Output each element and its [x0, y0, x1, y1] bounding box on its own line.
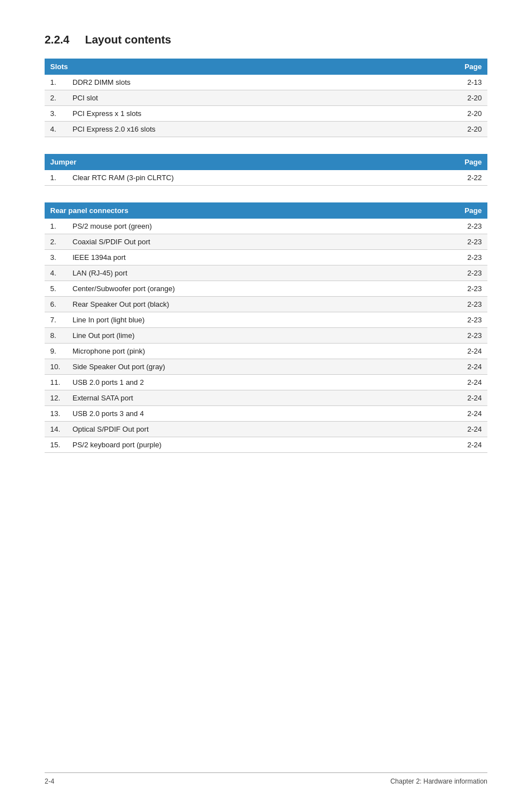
row-num: 3.	[45, 106, 67, 122]
row-page: 2-24	[454, 437, 487, 453]
row-num: 11.	[45, 375, 67, 390]
row-label: PCI Express 2.0 x16 slots	[67, 122, 454, 137]
table-row: 14. Optical S/PDIF Out port 2-24	[45, 422, 487, 437]
row-label: Rear Speaker Out port (black)	[67, 297, 454, 312]
row-page: 2-13	[454, 75, 487, 90]
row-num: 3.	[45, 250, 67, 265]
row-label: PS/2 mouse port (green)	[67, 219, 454, 234]
row-num: 12.	[45, 390, 67, 406]
row-page: 2-24	[454, 422, 487, 437]
row-label: Line In port (light blue)	[67, 312, 454, 328]
row-page: 2-23	[454, 250, 487, 265]
row-label: Microphone port (pink)	[67, 344, 454, 359]
row-label: IEEE 1394a port	[67, 250, 454, 265]
row-page: 2-24	[454, 390, 487, 406]
section-heading: Layout contents	[85, 33, 171, 46]
row-num: 5.	[45, 281, 67, 297]
section-number: 2.2.4	[45, 33, 69, 46]
row-label: Center/Subwoofer port (orange)	[67, 281, 454, 297]
section-title: 2.2.4 Layout contents	[45, 33, 487, 46]
row-label: Coaxial S/PDIF Out port	[67, 234, 454, 250]
rear-panel-col2-header: Page	[454, 202, 487, 219]
row-page: 2-23	[454, 312, 487, 328]
footer-page-number: 2-4	[45, 777, 54, 785]
table-row: 10. Side Speaker Out port (gray) 2-24	[45, 359, 487, 375]
table-row: 7. Line In port (light blue) 2-23	[45, 312, 487, 328]
jumper-col2-header: Page	[454, 154, 487, 170]
row-label: Optical S/PDIF Out port	[67, 422, 454, 437]
row-page: 2-23	[454, 297, 487, 312]
jumper-table: Jumper Page 1. Clear RTC RAM (3-pin CLRT…	[45, 154, 487, 186]
row-num: 8.	[45, 328, 67, 344]
row-page: 2-22	[454, 170, 487, 186]
row-label: PCI Express x 1 slots	[67, 106, 454, 122]
row-label: PCI slot	[67, 90, 454, 106]
table-row: 8. Line Out port (lime) 2-23	[45, 328, 487, 344]
page-footer: 2-4 Chapter 2: Hardware information	[45, 772, 487, 785]
table-row: 6. Rear Speaker Out port (black) 2-23	[45, 297, 487, 312]
row-num: 1.	[45, 219, 67, 234]
table-row: 3. PCI Express x 1 slots 2-20	[45, 106, 487, 122]
slots-col2-header: Page	[454, 59, 487, 75]
row-label: Clear RTC RAM (3-pin CLRTC)	[67, 170, 454, 186]
row-num: 1.	[45, 75, 67, 90]
row-num: 4.	[45, 265, 67, 281]
row-label: External SATA port	[67, 390, 454, 406]
table-row: 2. Coaxial S/PDIF Out port 2-23	[45, 234, 487, 250]
row-label: Side Speaker Out port (gray)	[67, 359, 454, 375]
row-label: USB 2.0 ports 3 and 4	[67, 406, 454, 422]
row-label: DDR2 DIMM slots	[67, 75, 454, 90]
table-row: 15. PS/2 keyboard port (purple) 2-24	[45, 437, 487, 453]
table-row: 4. PCI Express 2.0 x16 slots 2-20	[45, 122, 487, 137]
table-row: 1. Clear RTC RAM (3-pin CLRTC) 2-22	[45, 170, 487, 186]
row-num: 6.	[45, 297, 67, 312]
jumper-col1-header: Jumper	[45, 154, 454, 170]
table-row: 4. LAN (RJ-45) port 2-23	[45, 265, 487, 281]
table-row: 12. External SATA port 2-24	[45, 390, 487, 406]
table-row: 5. Center/Subwoofer port (orange) 2-23	[45, 281, 487, 297]
row-page: 2-20	[454, 106, 487, 122]
row-page: 2-24	[454, 344, 487, 359]
row-page: 2-24	[454, 359, 487, 375]
table-row: 3. IEEE 1394a port 2-23	[45, 250, 487, 265]
row-label: LAN (RJ-45) port	[67, 265, 454, 281]
row-page: 2-23	[454, 328, 487, 344]
row-num: 13.	[45, 406, 67, 422]
row-num: 4.	[45, 122, 67, 137]
table-row: 2. PCI slot 2-20	[45, 90, 487, 106]
row-num: 2.	[45, 234, 67, 250]
table-row: 9. Microphone port (pink) 2-24	[45, 344, 487, 359]
row-label: Line Out port (lime)	[67, 328, 454, 344]
table-row: 1. PS/2 mouse port (green) 2-23	[45, 219, 487, 234]
row-num: 9.	[45, 344, 67, 359]
row-num: 15.	[45, 437, 67, 453]
row-page: 2-20	[454, 122, 487, 137]
slots-col1-header: Slots	[45, 59, 454, 75]
row-num: 7.	[45, 312, 67, 328]
row-page: 2-20	[454, 90, 487, 106]
row-page: 2-24	[454, 375, 487, 390]
table-row: 13. USB 2.0 ports 3 and 4 2-24	[45, 406, 487, 422]
table-row: 11. USB 2.0 ports 1 and 2 2-24	[45, 375, 487, 390]
row-page: 2-23	[454, 281, 487, 297]
row-num: 1.	[45, 170, 67, 186]
row-num: 10.	[45, 359, 67, 375]
footer-chapter: Chapter 2: Hardware information	[390, 777, 487, 785]
row-page: 2-23	[454, 219, 487, 234]
row-num: 2.	[45, 90, 67, 106]
row-page: 2-23	[454, 265, 487, 281]
rear-panel-col1-header: Rear panel connectors	[45, 202, 454, 219]
slots-table: Slots Page 1. DDR2 DIMM slots 2-13 2. PC…	[45, 59, 487, 137]
row-label: PS/2 keyboard port (purple)	[67, 437, 454, 453]
row-label: USB 2.0 ports 1 and 2	[67, 375, 454, 390]
row-num: 14.	[45, 422, 67, 437]
table-row: 1. DDR2 DIMM slots 2-13	[45, 75, 487, 90]
row-page: 2-24	[454, 406, 487, 422]
row-page: 2-23	[454, 234, 487, 250]
rear-panel-table: Rear panel connectors Page 1. PS/2 mouse…	[45, 202, 487, 453]
